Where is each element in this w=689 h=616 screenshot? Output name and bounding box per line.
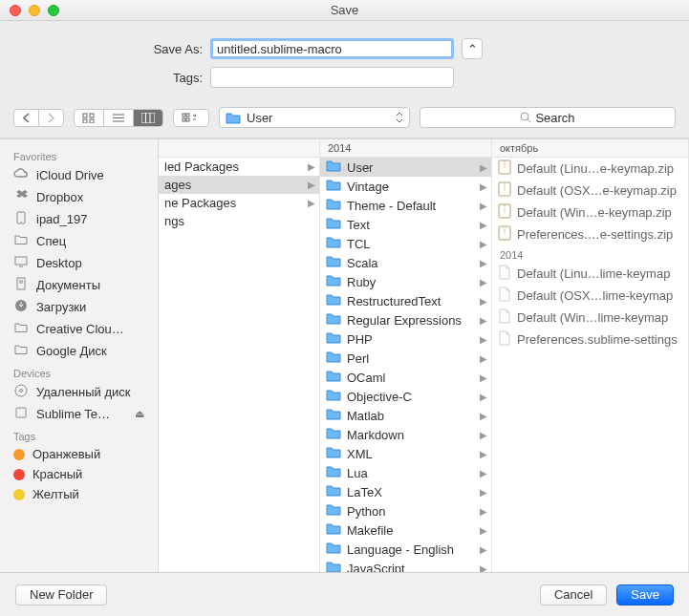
view-columns-button[interactable]: [134, 110, 162, 126]
view-list-button[interactable]: [104, 110, 134, 126]
column-item[interactable]: Ruby▶: [320, 272, 491, 291]
eject-icon[interactable]: ⏏: [135, 408, 144, 420]
folder-icon: [326, 427, 341, 442]
column-item[interactable]: ne Packages▶: [159, 194, 319, 212]
sidebar-item[interactable]: Creative Clou…: [0, 318, 158, 340]
sidebar-item[interactable]: Желтый: [0, 484, 158, 504]
sidebar-item[interactable]: Оранжевый: [0, 444, 158, 464]
column-item[interactable]: Python▶: [320, 501, 491, 520]
sidebar-item[interactable]: Красный: [0, 464, 158, 484]
desktop-icon: [13, 255, 29, 271]
item-label: LaTeX: [347, 485, 382, 499]
svg-rect-0: [83, 114, 87, 117]
column-item[interactable]: Default (OSX…lime-keymap: [492, 285, 688, 307]
column-item[interactable]: Scala▶: [320, 253, 491, 272]
column-item[interactable]: Vintage▶: [320, 177, 491, 196]
item-label: Objective-C: [347, 390, 412, 404]
folder-icon: [326, 255, 341, 270]
sidebar-item-label: Dropbox: [36, 190, 83, 204]
tag-icon: [13, 469, 25, 480]
cancel-button[interactable]: Cancel: [540, 584, 607, 605]
chevron-right-icon: ▶: [480, 430, 487, 440]
group-header: 2014: [492, 245, 688, 263]
sidebar-item-label: Желтый: [32, 487, 79, 501]
forward-button[interactable]: [39, 110, 63, 126]
sidebar-item[interactable]: Sublime Te…⏏: [0, 403, 158, 425]
column-1: led Packages▶ages▶ne Packages▶ngs: [159, 139, 320, 572]
column-item[interactable]: JavaScript▶: [320, 559, 491, 572]
tags-input[interactable]: [210, 67, 454, 88]
chevron-right-icon: ▶: [480, 449, 487, 459]
item-label: JavaScript: [347, 562, 405, 573]
sidebar-item[interactable]: Удаленный диск: [0, 381, 158, 403]
item-label: ne Packages: [164, 196, 236, 210]
sidebar-item[interactable]: Dropbox: [0, 186, 158, 208]
chevron-right-icon: ▶: [480, 487, 487, 498]
column-item[interactable]: Default (Win…lime-keymap: [492, 307, 688, 329]
view-icons-button[interactable]: [75, 110, 104, 126]
new-folder-button[interactable]: New Folder: [15, 584, 107, 605]
item-label: Preferences.sublime-settings: [517, 332, 678, 347]
column-item[interactable]: Regular Expressions▶: [320, 310, 491, 329]
column-item[interactable]: Default (Linu…e-keymap.zip: [492, 158, 688, 180]
save-as-input[interactable]: [210, 38, 454, 59]
sidebar: FavoritesiCloud DriveDropboxipad_197Спец…: [0, 139, 159, 572]
column-item[interactable]: User▶: [320, 158, 491, 177]
item-label: Preferences.…e-settings.zip: [517, 227, 673, 242]
column-item[interactable]: Matlab▶: [320, 406, 491, 425]
item-label: Makefile: [347, 523, 393, 538]
column-item[interactable]: PHP▶: [320, 329, 491, 349]
search-field[interactable]: Search: [420, 107, 676, 128]
column-item[interactable]: Markdown▶: [320, 425, 491, 444]
arrange-button[interactable]: [174, 110, 208, 126]
column-item[interactable]: led Packages▶: [159, 158, 319, 176]
column-item[interactable]: Makefile▶: [320, 520, 491, 540]
sidebar-item[interactable]: Документы: [0, 274, 158, 296]
back-button[interactable]: [14, 110, 39, 126]
column-item[interactable]: TCL▶: [320, 234, 491, 253]
column-item[interactable]: Language - English▶: [320, 540, 491, 559]
sidebar-item[interactable]: Google Диск: [0, 340, 158, 362]
search-icon: [520, 112, 531, 123]
column-item[interactable]: Default (OSX…e-keymap.zip: [492, 180, 688, 202]
collapse-toggle[interactable]: ⌃: [462, 38, 483, 59]
file-icon: [498, 287, 511, 305]
svg-rect-26: [16, 408, 26, 417]
column-item[interactable]: LaTeX▶: [320, 482, 491, 501]
svg-rect-3: [90, 119, 94, 123]
column-item[interactable]: ages▶: [159, 176, 319, 194]
sidebar-item[interactable]: Desktop: [0, 252, 158, 274]
item-label: Ruby: [347, 275, 376, 289]
file-icon: [498, 265, 511, 283]
sidebar-header: Favorites: [0, 145, 158, 164]
column-item[interactable]: Objective-C▶: [320, 387, 491, 406]
column-item[interactable]: Lua▶: [320, 463, 491, 482]
save-button[interactable]: Save: [616, 584, 674, 605]
column-item[interactable]: Preferences.…e-settings.zip: [492, 223, 688, 245]
column-item[interactable]: Theme - Default▶: [320, 196, 491, 215]
sidebar-header: Devices: [0, 362, 158, 381]
folder-icon: [326, 159, 341, 175]
sidebar-item[interactable]: Загрузки: [0, 296, 158, 318]
sidebar-item[interactable]: ipad_197: [0, 208, 158, 230]
column-item[interactable]: Text▶: [320, 215, 491, 234]
sidebar-item[interactable]: iCloud Drive: [0, 164, 158, 186]
sidebar-item-label: iCloud Drive: [36, 168, 104, 182]
chevron-right-icon: ▶: [480, 525, 487, 536]
folder-icon: [326, 312, 341, 328]
column-item[interactable]: Preferences.sublime-settings: [492, 329, 688, 350]
column-item[interactable]: Default (Win…e-keymap.zip: [492, 202, 688, 223]
column-item[interactable]: OCaml▶: [320, 368, 491, 387]
column-header: [159, 139, 319, 158]
path-dropdown[interactable]: User: [219, 107, 410, 128]
sidebar-item-label: Красный: [32, 467, 82, 481]
item-label: Text: [347, 218, 370, 232]
column-item[interactable]: XML▶: [320, 444, 491, 463]
folder-icon: [326, 408, 341, 423]
column-item[interactable]: Default (Linu…lime-keymap: [492, 263, 688, 285]
item-label: OCaml: [347, 371, 385, 385]
column-item[interactable]: Perl▶: [320, 349, 491, 368]
sidebar-item[interactable]: Спец: [0, 230, 158, 252]
column-item[interactable]: ngs: [159, 212, 319, 230]
column-item[interactable]: RestructuredText▶: [320, 291, 491, 310]
